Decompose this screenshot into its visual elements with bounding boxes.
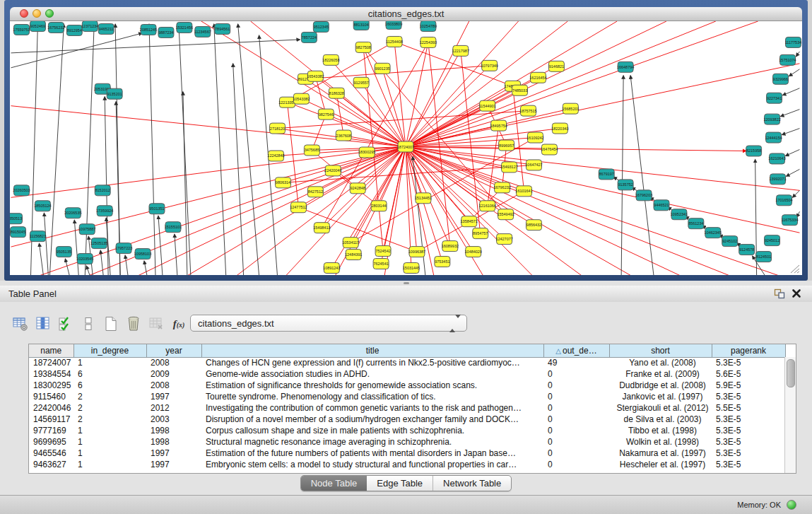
table-row[interactable]: 911546021997Tourette syndrome. Phenomeno… <box>29 391 785 402</box>
graph-edge[interactable] <box>406 147 779 275</box>
graph-edge[interactable] <box>382 69 406 147</box>
table-row[interactable]: 1830029562008Estimation of significance … <box>29 380 785 391</box>
table-cell[interactable]: Estimation of significance thresholds fo… <box>201 380 543 391</box>
graph-edge[interactable] <box>85 24 94 275</box>
table-cell[interactable]: Changes of HCN gene expression and I(f) … <box>201 357 543 368</box>
table-cell[interactable]: 0 <box>543 459 609 470</box>
function-builder-icon[interactable]: f(x) <box>170 315 188 333</box>
table-cell[interactable]: Corpus callosum shape and size in male p… <box>201 425 543 436</box>
table-cell[interactable]: 0 <box>543 425 609 436</box>
graph-edge[interactable] <box>406 21 666 147</box>
table-row[interactable]: 946554611997Estimation of the future num… <box>29 448 785 459</box>
graph-edge[interactable] <box>11 147 406 198</box>
table-row[interactable]: 977716911998Corpus callosum shape and si… <box>29 425 785 436</box>
table-cell[interactable]: 5.3E-5 <box>712 414 785 425</box>
table-cell[interactable]: 6 <box>73 368 146 380</box>
table-cell[interactable]: Structural magnetic resonance image aver… <box>201 436 543 448</box>
table-row[interactable]: 2242004622012Investigating the contribut… <box>29 402 785 414</box>
graph-edge[interactable] <box>351 147 406 243</box>
table-row[interactable]: 1938455462009Genome-wide association stu… <box>29 368 785 380</box>
memory-ok-indicator[interactable] <box>787 500 796 510</box>
table-cell[interactable]: 5.6E-5 <box>712 368 785 380</box>
scrollbar-thumb[interactable] <box>787 359 795 387</box>
table-cell[interactable]: 1 <box>73 448 146 459</box>
table-cell[interactable]: 6 <box>73 380 146 391</box>
graph-edge[interactable] <box>179 24 191 275</box>
table-cell[interactable]: 2012 <box>146 402 201 414</box>
table-cell[interactable]: 0 <box>543 448 609 459</box>
table-cell[interactable]: 1997 <box>146 459 201 470</box>
graph-edge[interactable] <box>238 24 259 275</box>
table-cell[interactable]: Stergiakouli et al. (2012) <box>609 402 712 414</box>
table-cell[interactable]: 0 <box>543 368 609 380</box>
table-cell[interactable]: Investigating the contribution of common… <box>201 402 543 414</box>
graph-edge[interactable] <box>305 66 489 79</box>
table-cell[interactable]: Nakamura et al. (1997) <box>609 448 712 459</box>
table-cell[interactable]: 5.5E-5 <box>712 402 785 414</box>
graph-edge[interactable] <box>786 149 800 156</box>
vertical-scrollbar[interactable] <box>784 357 796 473</box>
column-header-name[interactable]: name <box>29 344 73 357</box>
table-cell[interactable]: 2 <box>73 402 146 414</box>
column-header-pagerank[interactable]: pagerank <box>712 344 785 357</box>
resize-grip-icon[interactable] <box>788 264 801 274</box>
row-boxes-icon[interactable] <box>79 315 98 333</box>
table-cell[interactable]: 5.3E-5 <box>712 448 785 459</box>
table-row[interactable]: 1456911722003Disruption of a novel membe… <box>29 414 785 425</box>
graph-edge[interactable] <box>100 250 103 275</box>
delete-column-icon[interactable] <box>124 315 143 333</box>
table-cell[interactable]: 1998 <box>146 436 201 448</box>
graph-edge[interactable] <box>630 76 654 275</box>
splitter-grip[interactable] <box>404 282 409 284</box>
new-column-icon[interactable] <box>102 315 120 333</box>
table-cell[interactable]: Genome-wide association studies in ADHD. <box>201 368 543 380</box>
graph-edge[interactable] <box>233 64 244 275</box>
table-row[interactable]: 946362711997Embryonic stem cells: a mode… <box>29 459 785 470</box>
table-cell[interactable]: 5.3E-5 <box>712 459 785 470</box>
table-cell[interactable]: 1998 <box>146 425 201 436</box>
graph-edge[interactable] <box>149 24 155 275</box>
table-cell[interactable]: 5.3E-5 <box>712 436 785 448</box>
table-cell[interactable]: 9115460 <box>29 391 73 402</box>
delete-table-icon[interactable] <box>147 315 165 333</box>
graph-edge[interactable] <box>39 243 43 275</box>
graph-edge[interactable] <box>336 93 343 136</box>
table-cell[interactable]: Wolkin et al. (1998) <box>609 436 712 448</box>
table-cell[interactable]: Estimation of the future numbers of pati… <box>201 448 543 459</box>
table-cell[interactable]: 0 <box>543 380 609 391</box>
table-cell[interactable]: 1 <box>73 436 146 448</box>
table-cell[interactable]: 18724007 <box>29 357 73 368</box>
graph-edge[interactable] <box>782 129 800 135</box>
tab-node-table[interactable]: Node Table <box>301 476 367 491</box>
graph-edge[interactable] <box>787 169 800 176</box>
table-cell[interactable]: 18300295 <box>29 380 73 391</box>
table-cell[interactable]: 2008 <box>146 357 201 368</box>
table-cell[interactable]: Dudbridge et al. (2008) <box>609 380 712 391</box>
graph-edge[interactable] <box>406 21 758 147</box>
network-graph[interactable]: 1872400711254408122543931221798710797349… <box>10 21 802 275</box>
table-cell[interactable]: 2008 <box>146 380 201 391</box>
table-cell[interactable]: 0 <box>543 436 609 448</box>
table-cell[interactable]: 5.3E-5 <box>712 391 785 402</box>
table-cell[interactable]: 0 <box>543 402 609 414</box>
graph-edge[interactable] <box>406 42 428 147</box>
graph-edge[interactable] <box>283 165 534 182</box>
table-cell[interactable]: 19384554 <box>29 368 73 380</box>
column-header-short[interactable]: short <box>609 344 712 357</box>
column-chooser-icon[interactable] <box>34 315 52 333</box>
table-cell[interactable]: Tourette syndrome. Phenomenology and cla… <box>201 391 543 402</box>
graph-edge[interactable] <box>158 216 163 275</box>
float-window-icon[interactable] <box>774 288 785 299</box>
graph-edge[interactable] <box>214 24 226 275</box>
table-cell[interactable]: 14569117 <box>29 414 73 425</box>
table-cell[interactable]: de Silva et al. (2003) <box>609 414 712 425</box>
graph-edge[interactable] <box>49 24 64 275</box>
table-cell[interactable]: 22420046 <box>29 402 73 414</box>
table-row[interactable]: 1872400712008Changes of HCN gene express… <box>29 357 785 368</box>
select-checks-icon[interactable] <box>57 315 75 333</box>
graph-edge[interactable] <box>144 261 147 275</box>
panel-splitter[interactable] <box>0 281 812 286</box>
table-cell[interactable]: 9463627 <box>29 459 73 470</box>
table-cell[interactable]: 49 <box>543 357 609 368</box>
graph-edge[interactable] <box>11 40 300 53</box>
